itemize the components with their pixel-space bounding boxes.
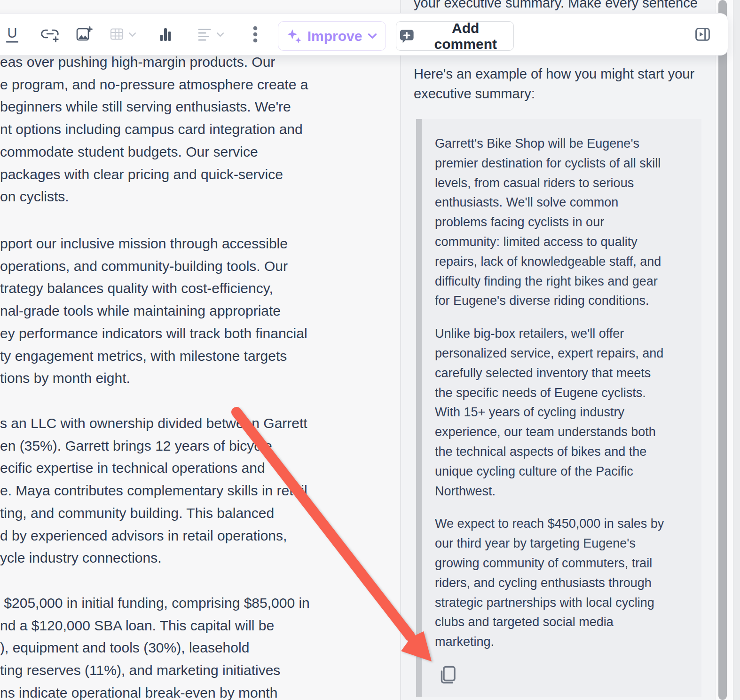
quote-text-line: repairs, lack of knowledgeable staff, an…	[435, 252, 693, 272]
document-text-line: e. Maya contributes complementary skills…	[0, 479, 307, 502]
window-scrollbar-track[interactable]	[733, 0, 740, 700]
editor-toolbar: U	[0, 13, 728, 56]
insert-table-button[interactable]	[110, 28, 136, 41]
document-text-line: d by experienced advisors in retail oper…	[0, 525, 307, 547]
quote-paragraph: Unlike big-box retailers, we'll offerper…	[435, 324, 693, 501]
quote-text-line: marketing.	[435, 632, 693, 652]
quote-text-line: enthusiasts. We'll solve common	[435, 193, 693, 213]
document-text-line: ty engagement metrics, with milestone ta…	[0, 345, 307, 367]
document-text-line: tions by month eight.	[0, 367, 307, 390]
panel-scrollbar-thumb[interactable]	[718, 0, 727, 700]
quote-paragraphs: Garrett's Bike Shop will be Eugene'sprem…	[435, 134, 693, 652]
document-text-line: nt options including campus card integra…	[0, 118, 308, 141]
document-text-line: e program, and no-pressure atmosphere cr…	[0, 73, 308, 96]
insert-link-button[interactable]	[41, 26, 60, 43]
improve-button[interactable]: Improve	[278, 21, 386, 51]
chevron-down-icon	[216, 32, 224, 37]
quote-text-line: community: limited access to quality	[435, 232, 693, 252]
document-text-line: commodate student budgets. Our service	[0, 141, 308, 163]
quote-text-line: experience, our team understands both	[435, 422, 693, 442]
document-paragraph: pport our inclusive mission through acce…	[0, 232, 307, 390]
assistant-quote-block: Garrett's Bike Shop will be Eugene'sprem…	[416, 119, 701, 697]
assistant-clipped-line: your executive summary. Make every sente…	[414, 0, 698, 13]
document-text-line: ecific expertise in technical operations…	[0, 457, 307, 479]
document-paragraph: s an LLC with ownership divided between …	[0, 412, 307, 569]
link-insert-icon	[41, 26, 60, 43]
assistant-intro-line: executive summary:	[414, 84, 694, 103]
document-text-line: $205,000 in initial funding, comprising …	[0, 592, 310, 614]
panel-divider	[400, 0, 401, 700]
quote-text-line: Northwest.	[435, 482, 693, 501]
document-text-line: nd a $120,000 SBA loan. This capital wil…	[0, 614, 310, 637]
quote-text-line: levels, from casual riders to serious	[435, 174, 693, 193]
document-text-line: ey performance indicators will track bot…	[0, 322, 307, 345]
collapse-panel-icon	[695, 27, 710, 42]
document-paragraph: eas over pushing high-margin products. O…	[0, 51, 308, 208]
quote-text-line: Garrett's Bike Shop will be Eugene's	[435, 134, 693, 154]
table-icon	[110, 28, 124, 41]
quote-text-line: carefully selected inventory that meets	[435, 364, 693, 383]
quote-text-line: difficulty finding the right bikes and g…	[435, 272, 693, 292]
document-text-line: nal-grade tools while maintaining approp…	[0, 300, 307, 322]
alignment-button[interactable]	[198, 28, 224, 41]
kebab-menu-icon	[253, 26, 258, 43]
quote-paragraph: We expect to reach $450,000 in sales byo…	[435, 514, 693, 652]
quote-text-line: Unlike big-box retailers, we'll offer	[435, 324, 693, 344]
copy-icon	[438, 665, 457, 687]
document-text-line: s an LLC with ownership divided between …	[0, 412, 307, 435]
app-window: your executive summary. Make every sente…	[0, 0, 740, 700]
quote-text-line: strategic partnerships with local cyclin…	[435, 593, 693, 613]
insert-image-button[interactable]	[76, 26, 93, 43]
quote-text-line: riders, and cycling enthusiasts through	[435, 573, 693, 593]
quote-text-line: the technical aspects of bikes and the	[435, 442, 693, 462]
document-text-line: pport our inclusive mission through acce…	[0, 232, 307, 255]
quote-text-line: We expect to reach $450,000 in sales by	[435, 514, 693, 534]
document-text-line: ns indicate operational break-even by mo…	[0, 682, 310, 700]
chevron-down-icon	[128, 32, 136, 37]
underline-icon: U	[6, 26, 18, 43]
align-left-icon	[198, 28, 211, 41]
quote-text-line: With 15+ years of cycling industry	[435, 403, 693, 422]
document-text-line: ting, and community building. This balan…	[0, 502, 307, 525]
quote-text-line: for Eugene's diverse riding conditions.	[435, 291, 693, 311]
improve-label: Improve	[307, 28, 362, 44]
copy-button[interactable]	[438, 665, 457, 688]
document-text-line: trategy balances quality with cost-effic…	[0, 277, 307, 300]
document-text-line: ycle industry connections.	[0, 547, 307, 569]
document-text-line: ), equipment and tools (30%), leasehold	[0, 636, 310, 659]
image-insert-icon	[76, 26, 93, 43]
document-text-line: ting reserves (11%), and marketing initi…	[0, 659, 310, 682]
bar-chart-icon	[159, 27, 172, 41]
quote-text-line: unique cycling culture of the Pacific	[435, 462, 693, 482]
document-paragraph: $205,000 in initial funding, comprising …	[0, 592, 310, 700]
panel-scrollbar-track[interactable]	[715, 0, 733, 700]
add-comment-label: Add comment	[421, 20, 511, 52]
more-options-button[interactable]	[253, 26, 258, 43]
quote-text-line: premier destination for cyclists of all …	[435, 154, 693, 174]
assistant-intro-line: Here's an example of how you might start…	[414, 64, 694, 84]
quote-text-line: growing community of commuters, trail	[435, 554, 693, 573]
comment-plus-icon	[399, 28, 415, 44]
quote-paragraph: Garrett's Bike Shop will be Eugene'sprem…	[435, 134, 693, 311]
document-text[interactable]: eas over pushing high-margin products. O…	[0, 0, 400, 700]
document-text-line: en (35%). Garrett brings 12 years of bic…	[0, 435, 307, 457]
quote-text-line: clubs and targeted social media	[435, 612, 693, 632]
add-comment-button[interactable]: Add comment	[396, 21, 514, 51]
document-text-line: packages with clear pricing and quick-se…	[0, 163, 308, 186]
document-text-line: operations, and community-building tools…	[0, 255, 307, 278]
collapse-panel-button[interactable]	[695, 27, 710, 42]
quote-text-line: personalized service, expert repairs, an…	[435, 344, 693, 364]
quote-text-line: problems facing cyclists in our	[435, 213, 693, 232]
underline-button[interactable]: U	[6, 26, 18, 43]
chevron-down-icon	[368, 33, 377, 39]
sparkle-icon	[287, 29, 302, 44]
document-text-line: on cyclists.	[0, 185, 308, 208]
document-text-line: beginners while still serving enthusiast…	[0, 95, 308, 118]
assistant-intro: Here's an example of how you might start…	[414, 64, 694, 103]
quote-text-line: the specific needs of Eugene cyclists.	[435, 383, 693, 403]
insert-chart-button[interactable]	[159, 27, 172, 41]
quote-text-line: our third year by targeting Eugene's	[435, 534, 693, 554]
